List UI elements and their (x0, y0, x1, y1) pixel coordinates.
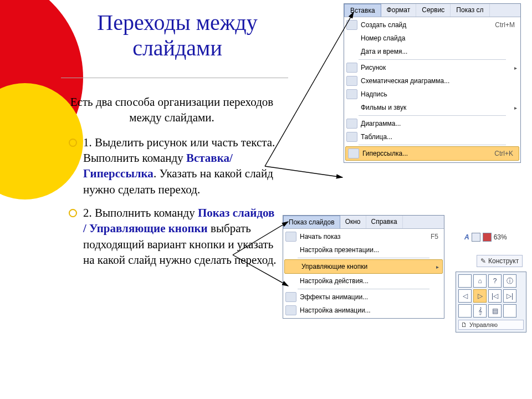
hyperlink-hotkey: Ctrl+K (494, 150, 515, 157)
start-hotkey: F5 (431, 233, 441, 241)
slide-number-label: Номер слайда (361, 34, 517, 42)
new-slide-icon (346, 20, 357, 30)
zoom-value[interactable]: 63% (494, 233, 507, 241)
textbox-label: Надпись (361, 90, 517, 98)
designer-label: Конструкт (488, 257, 519, 265)
grid-icon[interactable] (472, 233, 480, 242)
anim-fx-label: Эффекты анимации... (300, 293, 441, 301)
menu-separator (359, 145, 506, 145)
chart-icon (346, 119, 357, 129)
action-buttons-grid: ⌂ ? ⓘ ◁ ▷ |◁ ▷| 𝄞 ▤ (458, 274, 524, 318)
tab-window[interactable]: Окно (340, 216, 366, 228)
menu-date-time[interactable]: Дата и время... (344, 45, 520, 58)
tab-format[interactable]: Формат (381, 4, 417, 17)
tab-slideshow[interactable]: Показ сл (451, 4, 489, 17)
title-line-1: Переходы между (97, 10, 257, 35)
star-icon (285, 292, 296, 302)
glyph: ⓘ (507, 277, 513, 286)
action-btn-help[interactable]: ? (488, 274, 502, 288)
action-settings-label: Настройка действия... (300, 277, 441, 285)
glyph: |◁ (492, 292, 498, 300)
glyph: ▷ (478, 292, 483, 300)
title-line-2: слайдами (132, 35, 222, 60)
textbox-icon (346, 89, 357, 99)
action-btn-blank[interactable] (458, 274, 472, 288)
hyperlink-icon (348, 149, 359, 158)
slide-title: Переходы между слайдами (72, 10, 283, 61)
tab-tools[interactable]: Сервис (416, 4, 451, 17)
action-btn-document[interactable]: ▤ (488, 304, 502, 318)
glyph: ⌂ (478, 277, 482, 285)
menu-separator (359, 59, 506, 60)
play-icon (285, 232, 296, 242)
movies-label: Фильмы и звук (361, 104, 509, 111)
tab-insert[interactable]: Вставка (344, 4, 381, 17)
action-btn-sound[interactable]: 𝄞 (473, 304, 487, 318)
font-color-icon[interactable]: A (464, 233, 469, 241)
gear-icon (285, 305, 296, 315)
item1-text-a: 1. Выделить рисунок или часть текста. Вы… (83, 136, 275, 165)
tab-help[interactable]: Справка (366, 216, 403, 228)
action-btn-movie[interactable] (503, 304, 516, 318)
title-underline (61, 78, 288, 78)
action-btn-info[interactable]: ⓘ (503, 274, 516, 288)
action-buttons-flyout: ⌂ ? ⓘ ◁ ▷ |◁ ▷| 𝄞 ▤ 🗋Управляю (456, 272, 526, 332)
menu-picture[interactable]: Рисунок (344, 61, 520, 74)
flyout-caption-label: Управляю (469, 321, 498, 328)
color-swatch-icon[interactable] (483, 233, 492, 242)
action-btn-home[interactable]: ⌂ (473, 274, 487, 288)
menu-animation-setup[interactable]: Настройка анимации... (283, 304, 444, 317)
menu-table[interactable]: Таблица... (344, 130, 520, 144)
menu-separator (359, 115, 506, 116)
menu-new-slide[interactable]: Создать слайдCtrl+M (344, 18, 520, 32)
action-btn-back[interactable]: ◁ (458, 289, 472, 303)
action-btn-last[interactable]: ▷| (503, 289, 516, 303)
menu-bar: Вставка Формат Сервис Показ сл (344, 4, 520, 17)
toolbar-fragment: A 63% (464, 233, 507, 242)
menu-start-show[interactable]: Начать показF5 (283, 230, 444, 243)
menu-schematic-diagram[interactable]: Схематическая диаграмма... (344, 74, 520, 88)
start-show-label: Начать показ (300, 233, 427, 241)
list-item: 1. Выделить рисунок или часть текста. Вы… (66, 135, 277, 197)
tab-slideshow[interactable]: Показ слайдов (283, 216, 340, 228)
glyph: ▷| (507, 292, 513, 300)
action-btn-first[interactable]: |◁ (488, 289, 502, 303)
item2-text-a: 2. Выполнить команду (83, 206, 198, 219)
list-item: 2. Выполнить команду Показ слайдов / Упр… (66, 205, 277, 268)
slideshow-dropdown: Начать показF5 Настройка презентации... … (283, 229, 444, 318)
hyperlink-label: Гиперссылка... (362, 150, 491, 157)
table-label: Таблица... (361, 133, 517, 141)
menu-action-buttons[interactable]: Управляющие кнопки (284, 259, 443, 274)
picture-icon (346, 63, 357, 73)
action-btn-forward[interactable]: ▷ (473, 289, 487, 303)
anim-set-label: Настройка анимации... (300, 306, 441, 314)
setup-show-label: Настройка презентации... (300, 246, 441, 254)
menu-chart[interactable]: Диаграмма... (344, 117, 520, 130)
flyout-caption[interactable]: 🗋Управляю (458, 320, 524, 330)
slideshow-menu-window: Показ слайдов Окно Справка Начать показF… (283, 215, 444, 319)
menu-bar: Показ слайдов Окно Справка (283, 216, 444, 229)
menu-textbox[interactable]: Надпись (344, 88, 520, 101)
menu-separator (298, 289, 429, 289)
new-slide-hotkey: Ctrl+M (495, 21, 517, 29)
date-time-label: Дата и время... (361, 48, 517, 55)
glyph: ▤ (492, 307, 498, 315)
menu-slide-number[interactable]: Номер слайда (344, 32, 520, 45)
menu-separator (298, 258, 429, 258)
schematic-icon (346, 76, 357, 86)
menu-setup-show[interactable]: Настройка презентации... (283, 243, 444, 257)
picture-label: Рисунок (361, 64, 509, 71)
glyph: ◁ (463, 292, 468, 300)
insert-dropdown: Создать слайдCtrl+M Номер слайда Дата и … (344, 17, 520, 162)
action-buttons-label: Управляющие кнопки (301, 263, 431, 270)
action-btn-return[interactable] (458, 304, 472, 318)
glyph: ? (493, 277, 497, 285)
menu-movies-sound[interactable]: Фильмы и звук (344, 101, 520, 114)
menu-hyperlink[interactable]: Гиперссылка...Ctrl+K (345, 146, 519, 161)
doc-icon: 🗋 (461, 321, 467, 328)
menu-animation-effects[interactable]: Эффекты анимации... (283, 290, 444, 304)
table-icon (346, 132, 357, 142)
chart-label: Диаграмма... (361, 120, 517, 127)
menu-action-settings[interactable]: Настройка действия... (283, 274, 444, 288)
designer-button[interactable]: ✎Конструкт (477, 255, 523, 267)
